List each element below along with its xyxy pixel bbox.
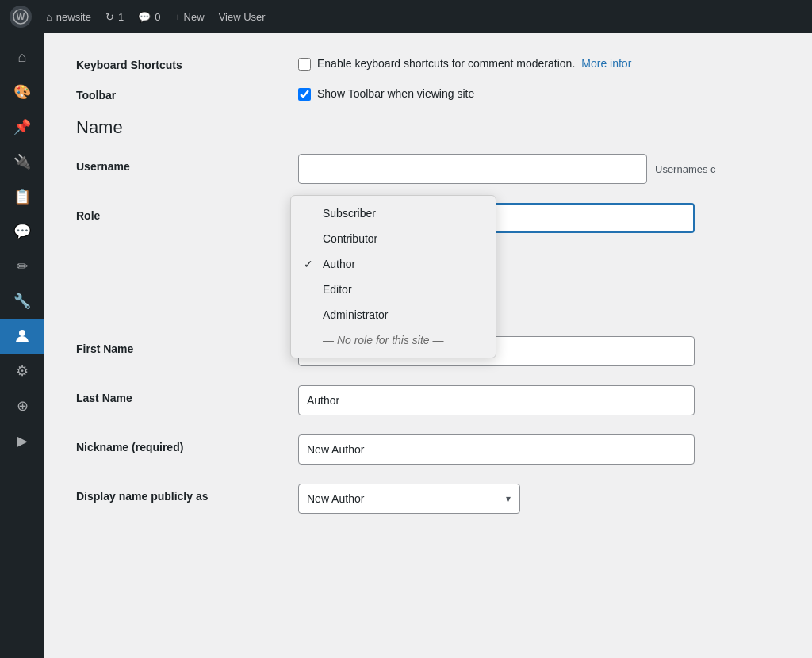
sidebar-play[interactable]: ▶ <box>0 423 44 458</box>
nickname-input[interactable] <box>298 434 695 465</box>
sidebar-pins[interactable]: 📌 <box>0 109 44 144</box>
username-input[interactable] <box>298 154 647 184</box>
lastname-label: Last Name <box>76 385 298 404</box>
name-section: Name Username Usernames c Role Subs <box>76 117 780 514</box>
username-label: Username <box>76 154 298 173</box>
comments-icon: 💬 <box>138 11 151 23</box>
displayname-select[interactable]: New Author <box>298 484 520 514</box>
sidebar-appearance[interactable]: ✏ <box>0 249 44 284</box>
dropdown-editor[interactable]: Editor <box>291 277 496 302</box>
role-control: Subscriber Contributor Author Editor Adm… <box>298 203 780 233</box>
svg-point-2 <box>19 330 25 336</box>
view-user-item[interactable]: View User <box>219 11 266 23</box>
firstname-label: First Name <box>76 336 298 355</box>
updates-item[interactable]: ↻ 1 <box>105 11 124 23</box>
updates-icon: ↻ <box>105 11 114 23</box>
displayname-row: Display name publicly as New Author ▾ <box>76 484 780 514</box>
dropdown-subscriber[interactable]: Subscriber <box>291 201 496 226</box>
toolbar-row: Toolbar Show Toolbar when viewing site <box>76 87 780 101</box>
home-icon: ⌂ <box>46 11 52 23</box>
displayname-control: New Author ▾ <box>298 484 780 514</box>
more-info-link[interactable]: More infor <box>581 57 631 70</box>
keyboard-shortcuts-label: Keyboard Shortcuts <box>76 57 298 71</box>
keyboard-shortcuts-control: Enable keyboard shortcuts for comment mo… <box>298 57 631 71</box>
name-section-title: Name <box>76 117 780 138</box>
dropdown-contributor[interactable]: Contributor <box>291 226 496 251</box>
svg-text:W: W <box>17 12 25 21</box>
nickname-control <box>298 434 780 465</box>
keyboard-shortcuts-row: Keyboard Shortcuts Enable keyboard short… <box>76 57 780 71</box>
nickname-row: Nickname (required) <box>76 434 780 465</box>
main-content: Keyboard Shortcuts Enable keyboard short… <box>44 33 812 658</box>
sidebar-tools[interactable]: 🔧 <box>0 284 44 319</box>
toolbar-checkbox[interactable] <box>298 88 311 101</box>
sidebar-pages[interactable]: 📋 <box>0 179 44 214</box>
role-label: Role <box>76 203 298 222</box>
admin-bar: W ⌂ newsite ↻ 1 💬 0 + New View User <box>0 0 812 33</box>
sidebar-plugins[interactable]: 🔌 <box>0 144 44 179</box>
keyboard-shortcuts-text: Enable keyboard shortcuts for comment mo… <box>317 57 575 70</box>
wp-logo[interactable]: W <box>10 6 32 28</box>
sidebar: ⌂ 🎨 📌 🔌 📋 💬 ✏ 🔧 ⚙ ⊕ ▶ <box>0 33 44 658</box>
nickname-label: Nickname (required) <box>76 434 298 453</box>
lastname-input[interactable] <box>298 385 695 415</box>
sidebar-comments[interactable]: 💬 <box>0 214 44 249</box>
sidebar-settings[interactable]: ⚙ <box>0 354 44 388</box>
new-item[interactable]: + New <box>174 11 204 23</box>
role-row: Role Subscriber Contributor Author Edito… <box>76 203 780 233</box>
sidebar-customize[interactable]: 🎨 <box>0 75 44 109</box>
dropdown-no-role[interactable]: — No role for this site — <box>291 327 496 353</box>
username-note: Usernames c <box>655 163 716 175</box>
sidebar-collapse[interactable]: ⊕ <box>0 388 44 423</box>
dropdown-administrator[interactable]: Administrator <box>291 302 496 327</box>
site-name[interactable]: ⌂ newsite <box>46 11 91 23</box>
toolbar-control: Show Toolbar when viewing site <box>298 87 474 101</box>
lastname-row: Last Name <box>76 385 780 415</box>
dropdown-author[interactable]: Author <box>291 251 496 277</box>
keyboard-shortcuts-checkbox[interactable] <box>298 58 311 71</box>
lastname-control <box>298 385 780 415</box>
comments-item[interactable]: 💬 0 <box>138 11 160 23</box>
username-control: Usernames c <box>298 154 780 184</box>
sidebar-users[interactable] <box>0 319 44 354</box>
displayname-label: Display name publicly as <box>76 484 298 503</box>
toolbar-label: Toolbar <box>76 87 298 101</box>
toolbar-text: Show Toolbar when viewing site <box>317 87 474 100</box>
role-dropdown: Subscriber Contributor Author Editor Adm… <box>290 195 496 358</box>
username-row: Username Usernames c <box>76 154 780 184</box>
sidebar-dashboard[interactable]: ⌂ <box>0 40 44 75</box>
